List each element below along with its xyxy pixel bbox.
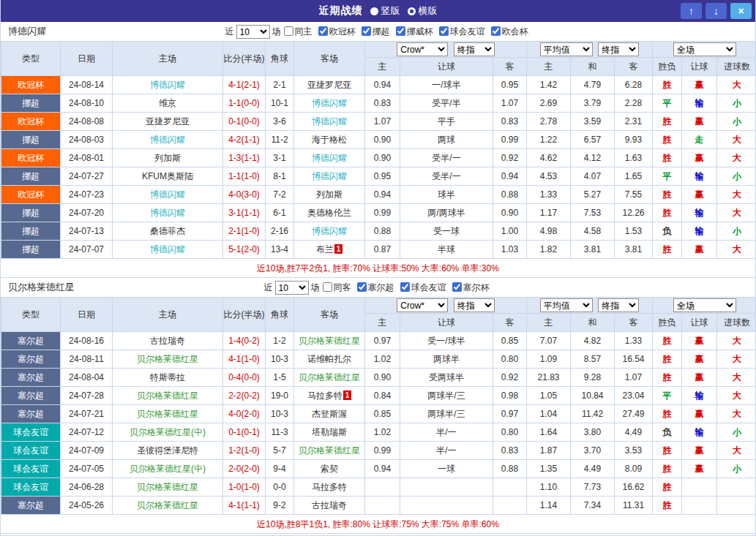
away-odds-cell: 1.07	[493, 94, 527, 113]
recent-count-select[interactable]: 10	[275, 281, 309, 295]
filter-league[interactable]: 塞尔杯	[449, 282, 490, 292]
away-team-cell: 马拉多特	[294, 478, 365, 497]
avg-source-select[interactable]: 平均值	[540, 298, 593, 312]
league-cell: 球会友谊	[1, 442, 61, 460]
date-cell: 24-07-28	[61, 387, 113, 405]
handicap-cell: 一/球半	[400, 76, 493, 94]
goals-cell: 小	[717, 423, 756, 442]
away-team-cell: 奥德格伦兰	[294, 204, 365, 222]
away-team-cell: 布兰1	[294, 241, 365, 259]
away-odds-cell: 0.88	[493, 460, 527, 478]
filter-league[interactable]: 挪威杯	[393, 26, 433, 37]
filter-league[interactable]: 球会友谊	[397, 282, 446, 292]
radio-vertical-label: 竖版	[381, 4, 400, 18]
odds-type-select[interactable]: 终指	[454, 298, 495, 312]
subheader-cover: 让球	[682, 314, 717, 332]
filter-same-venue-checkbox[interactable]	[284, 26, 293, 36]
home-odds-cell: 0.83	[365, 94, 400, 113]
match-row: 欧冠杯24-08-01列加斯1-3(1-1)3-1博德闪耀0.90受半/一0.9…	[1, 149, 756, 167]
score-cell: 1-2(1-0)	[223, 442, 266, 460]
avg-away-cell: 8.09	[615, 460, 653, 478]
filter-same-venue[interactable]: 同客	[320, 282, 351, 292]
filter-same-venue-checkbox[interactable]	[323, 282, 332, 292]
date-cell: 24-08-10	[61, 94, 113, 113]
home-odds-cell	[365, 497, 400, 515]
odds-company-select[interactable]: Crow*	[397, 298, 448, 312]
scope-select[interactable]: 全场	[673, 42, 736, 56]
cover-cell: 赢	[682, 76, 717, 94]
scope-select[interactable]: 全场	[673, 298, 736, 312]
odds-type-select[interactable]: 终指	[454, 42, 495, 56]
home-team-cell: 贝尔格莱德红星	[113, 497, 223, 515]
odds-company-select[interactable]: Crow*	[397, 42, 448, 56]
avg-away-cell: 16.62	[615, 478, 653, 497]
filter-league-checkbox[interactable]	[318, 26, 328, 36]
filter-same-venue[interactable]: 同主	[281, 26, 312, 37]
result-cell: 平	[653, 387, 682, 405]
radio-horizontal-layout[interactable]: 横版	[408, 4, 438, 18]
away-team-cell: 海于格松	[294, 131, 365, 149]
filter-league[interactable]: 球会友谊	[436, 26, 485, 37]
match-row: 挪超24-08-03博德闪耀4-2(1-1)11-2海于格松0.90两球0.99…	[1, 131, 756, 149]
cover-cell: 赢	[682, 149, 717, 167]
column-header-date: 日期	[61, 42, 113, 76]
result-cell: 胜	[653, 131, 682, 149]
corner-cell: 10-1	[266, 94, 294, 113]
filter-league-checkbox[interactable]	[400, 282, 410, 292]
filter-league-checkbox[interactable]	[396, 26, 405, 36]
goals-cell: 小	[717, 113, 756, 131]
away-odds-cell: 0.98	[493, 387, 527, 405]
handicap-cell	[400, 497, 493, 515]
avg-type-select[interactable]: 终指	[598, 298, 639, 312]
filter-league[interactable]: 塞尔超	[354, 282, 394, 292]
home-team-cell: 博德闪耀	[113, 76, 223, 94]
home-odds-cell: 0.90	[365, 131, 400, 149]
filter-league[interactable]: 欧冠杯	[315, 26, 356, 37]
league-cell: 挪超	[1, 241, 61, 259]
column-header-home: 主场	[113, 298, 223, 332]
recent-count-select[interactable]: 10	[236, 25, 270, 39]
panel-title: 近期战绩	[319, 4, 363, 18]
away-team-cell: 博德闪耀	[294, 113, 365, 131]
away-team-cell: 列加斯	[294, 186, 365, 204]
scroll-up-button[interactable]: ↑	[681, 3, 702, 19]
close-button[interactable]: ×	[730, 3, 752, 19]
date-cell: 24-05-26	[61, 497, 113, 515]
avg-type-select[interactable]: 终指	[598, 42, 639, 56]
goals-cell	[717, 478, 756, 497]
league-cell: 塞尔超	[1, 332, 61, 350]
scroll-down-button[interactable]: ↓	[706, 3, 727, 19]
filter-league-checkbox[interactable]	[491, 26, 501, 36]
home-odds-cell: 0.87	[365, 241, 400, 259]
filter-league[interactable]: 欧会杯	[488, 26, 528, 37]
handicap-cell: 受一球	[400, 222, 493, 241]
filter-league-checkbox[interactable]	[439, 26, 449, 36]
score-cell: 4-0(2-0)	[223, 405, 266, 423]
result-cell: 胜	[653, 113, 682, 131]
avg-source-select[interactable]: 平均值	[540, 42, 593, 56]
match-row: 挪超24-07-07博德闪耀5-1(2-0)13-4布兰10.87半球1.031…	[1, 241, 756, 259]
cover-cell: 赢	[682, 113, 717, 131]
filter-league-label: 塞尔杯	[463, 282, 490, 292]
filter-league-checkbox[interactable]	[452, 282, 462, 292]
result-cell: 胜	[653, 350, 682, 369]
cover-cell: 赢	[682, 442, 717, 460]
result-cell: 胜	[653, 405, 682, 423]
filter-league-checkbox[interactable]	[357, 282, 367, 292]
result-cell: 平	[653, 167, 682, 186]
away-odds-cell: 0.92	[493, 369, 527, 387]
avg-away-cell: 9.93	[615, 131, 653, 149]
subheader-avg-home: 主	[527, 58, 571, 76]
home-team-cell: 贝尔格莱德红星	[113, 387, 223, 405]
matches-table: 类型 日期 主场 比分(半场) 角球 客场 Crow* 终指 平均值 终指	[1, 41, 756, 259]
corner-cell: 3-1	[266, 149, 294, 167]
avg-away-cell: 1.07	[615, 369, 653, 387]
away-team-cell: 诺维帕扎尔	[294, 350, 365, 369]
filter-league[interactable]: 挪超	[359, 26, 390, 37]
date-cell: 24-07-27	[61, 167, 113, 186]
home-odds-cell: 0.84	[365, 387, 400, 405]
avg-home-cell: 1.17	[527, 204, 571, 222]
filter-league-checkbox[interactable]	[362, 26, 371, 36]
radio-vertical-layout[interactable]: 竖版	[370, 4, 400, 18]
goals-cell: 大	[717, 241, 756, 259]
